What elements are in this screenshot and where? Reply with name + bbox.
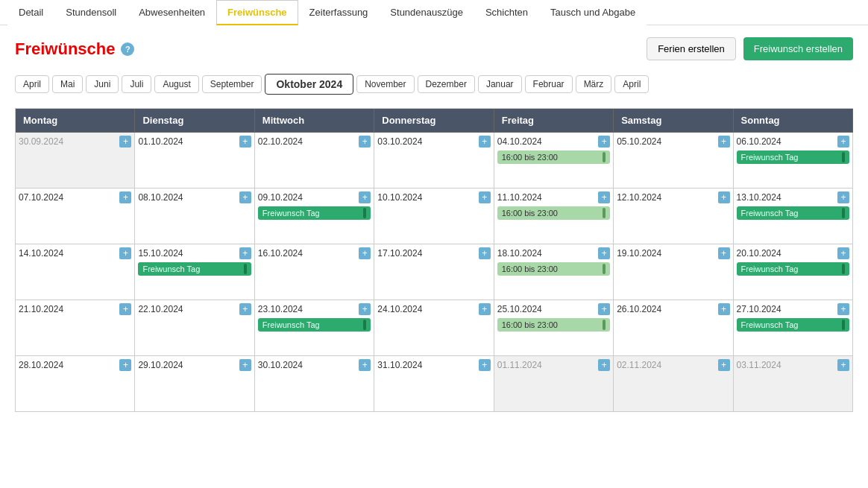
cal-cell: 14.10.2024+	[16, 244, 135, 300]
tab-abwesenheiten[interactable]: Abwesenheiten	[128, 0, 216, 25]
cal-cell: 29.10.2024+	[135, 356, 254, 412]
event-label: 16:00 bis 23:00	[502, 153, 558, 162]
cell-add-button[interactable]: +	[359, 359, 371, 371]
cell-add-button[interactable]: +	[239, 136, 251, 148]
cal-cell: 17.10.2024+	[374, 244, 494, 300]
help-icon[interactable]: ?	[121, 42, 134, 56]
header-buttons: Ferien erstellen Freiwunsch erstellen	[647, 37, 853, 60]
freiwunsch-event[interactable]: Freiwunsch Tag	[737, 318, 849, 332]
cell-date: 30.09.2024	[19, 136, 63, 147]
cal-cell: 18.10.2024+16:00 bis 23:00	[494, 244, 614, 300]
cell-add-button[interactable]: +	[479, 303, 491, 315]
cell-top: 26.10.2024+	[617, 303, 729, 315]
month-btn-april[interactable]: April	[614, 75, 649, 93]
cell-add-button[interactable]: +	[239, 303, 251, 315]
cell-top: 03.11.2024+	[737, 359, 849, 371]
month-btn-juni[interactable]: Juni	[86, 75, 119, 93]
month-btn-februar[interactable]: Februar	[525, 75, 573, 93]
freiwunsch-event[interactable]: Freiwunsch Tag	[258, 318, 371, 332]
cell-date: 05.10.2024	[617, 136, 661, 147]
cell-add-button[interactable]: +	[119, 191, 131, 203]
cell-top: 09.10.2024+	[258, 191, 371, 203]
tab-schichten[interactable]: Schichten	[474, 0, 539, 25]
cell-add-button[interactable]: +	[359, 136, 371, 148]
month-btn-september[interactable]: September	[202, 75, 262, 93]
cell-add-button[interactable]: +	[598, 191, 610, 203]
cell-add-button[interactable]: +	[837, 359, 849, 371]
cell-top: 27.10.2024+	[737, 303, 849, 315]
cell-add-button[interactable]: +	[598, 303, 610, 315]
cell-add-button[interactable]: +	[718, 191, 730, 203]
freiwunsch-event[interactable]: Freiwunsch Tag	[737, 150, 849, 164]
cell-add-button[interactable]: +	[718, 303, 730, 315]
cell-add-button[interactable]: +	[598, 247, 610, 259]
time-event[interactable]: 16:00 bis 23:00	[497, 318, 610, 332]
month-btn-april[interactable]: April	[15, 75, 49, 93]
page-title-area: Freiwünsche ?	[15, 39, 134, 59]
time-event[interactable]: 16:00 bis 23:00	[497, 150, 610, 164]
tab-tausch[interactable]: Tausch und Abgabe	[539, 0, 647, 25]
tab-stundenauszuge[interactable]: Stundenauszüge	[379, 0, 474, 25]
cell-add-button[interactable]: +	[598, 136, 610, 148]
cell-date: 28.10.2024	[19, 360, 63, 370]
cell-top: 20.10.2024+	[737, 247, 849, 259]
cal-cell: 12.10.2024+	[614, 188, 733, 244]
tab-freiwunsche[interactable]: Freiwünsche	[216, 0, 298, 25]
tab-detail[interactable]: Detail	[7, 0, 54, 25]
cal-cell: 25.10.2024+16:00 bis 23:00	[494, 300, 614, 356]
cell-add-button[interactable]: +	[479, 247, 491, 259]
month-btn-november[interactable]: November	[356, 75, 414, 93]
freiwunsch-event[interactable]: Freiwunsch Tag	[737, 206, 849, 220]
cal-cell: 13.10.2024+Freiwunsch Tag	[734, 188, 853, 244]
cell-top: 06.10.2024+	[737, 136, 849, 148]
cell-add-button[interactable]: +	[359, 303, 371, 315]
freiwunsch-event[interactable]: Freiwunsch Tag	[138, 262, 251, 276]
freiwunsch-erstellen-button[interactable]: Freiwunsch erstellen	[743, 37, 853, 60]
cell-add-button[interactable]: +	[359, 247, 371, 259]
month-btn-dezember[interactable]: Dezember	[418, 75, 475, 93]
time-event[interactable]: 16:00 bis 23:00	[497, 206, 610, 220]
freiwunsch-event[interactable]: Freiwunsch Tag	[737, 262, 849, 276]
tab-stundensoll[interactable]: Stundensoll	[54, 0, 128, 25]
month-btn-märz[interactable]: März	[576, 75, 612, 93]
cell-add-button[interactable]: +	[837, 303, 849, 315]
cal-cell: 30.09.2024+	[16, 133, 135, 188]
month-btn-august[interactable]: August	[154, 75, 198, 93]
cell-top: 01.11.2024+	[497, 359, 610, 371]
month-btn-januar[interactable]: Januar	[478, 75, 522, 93]
cell-add-button[interactable]: +	[718, 359, 730, 371]
month-btn-mai[interactable]: Mai	[52, 75, 83, 93]
cell-add-button[interactable]: +	[119, 303, 131, 315]
cell-add-button[interactable]: +	[479, 136, 491, 148]
cell-add-button[interactable]: +	[119, 247, 131, 259]
cell-add-button[interactable]: +	[239, 359, 251, 371]
cell-add-button[interactable]: +	[479, 359, 491, 371]
tab-zeiterfassung[interactable]: Zeiterfassung	[298, 0, 380, 25]
event-indicator	[842, 208, 845, 218]
cell-add-button[interactable]: +	[598, 359, 610, 371]
cell-date: 22.10.2024	[138, 304, 183, 314]
cell-top: 18.10.2024+	[497, 247, 610, 259]
time-event[interactable]: 16:00 bis 23:00	[497, 262, 610, 276]
cell-add-button[interactable]: +	[837, 191, 849, 203]
cell-add-button[interactable]: +	[239, 191, 251, 203]
cell-top: 19.10.2024+	[617, 247, 729, 259]
cell-add-button[interactable]: +	[359, 191, 371, 203]
month-btn-juli[interactable]: Juli	[122, 75, 151, 93]
cell-top: 30.09.2024+	[19, 136, 131, 148]
cell-add-button[interactable]: +	[119, 136, 131, 148]
freiwunsch-event[interactable]: Freiwunsch Tag	[258, 206, 371, 220]
cell-add-button[interactable]: +	[239, 247, 251, 259]
cell-add-button[interactable]: +	[837, 247, 849, 259]
cal-cell: 16.10.2024+	[255, 244, 374, 300]
cell-date: 06.10.2024	[737, 136, 781, 147]
month-btn-oktober-2024[interactable]: Oktober 2024	[265, 74, 353, 95]
cal-cell: 01.11.2024+	[494, 356, 614, 412]
cell-add-button[interactable]: +	[837, 136, 849, 148]
cell-add-button[interactable]: +	[718, 247, 730, 259]
cell-add-button[interactable]: +	[479, 191, 491, 203]
cell-add-button[interactable]: +	[119, 359, 131, 371]
cell-add-button[interactable]: +	[718, 136, 730, 148]
ferien-erstellen-button[interactable]: Ferien erstellen	[647, 37, 736, 60]
cell-top: 31.10.2024+	[377, 359, 490, 371]
